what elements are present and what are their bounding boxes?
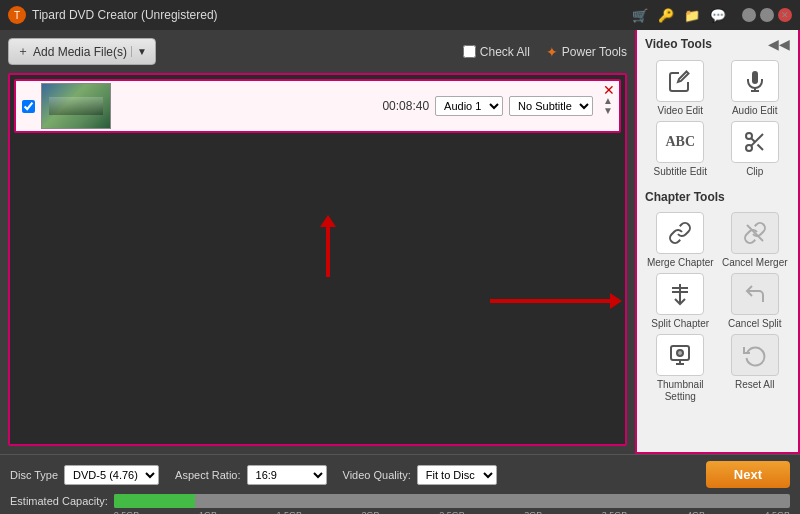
reset-all-btn[interactable]: Reset All — [720, 334, 791, 403]
video-quality-select[interactable]: Fit to Disc High Medium Low — [417, 465, 497, 485]
maximize-btn[interactable]: □ — [760, 8, 774, 22]
left-area: ＋ Add Media File(s) ▼ Check All ✦ Power … — [0, 30, 635, 454]
video-edit-icon-box — [656, 60, 704, 102]
media-close-btn[interactable]: ✕ — [603, 83, 615, 97]
merge-chapter-btn[interactable]: Merge Chapter — [645, 212, 716, 269]
split-chapter-btn[interactable]: Split Chapter — [645, 273, 716, 330]
cancel-split-icon-box — [731, 273, 779, 315]
title-icons: 🛒 🔑 📁 💬 — [632, 8, 726, 23]
audio-edit-icon-box — [731, 60, 779, 102]
video-quality-field: Video Quality: Fit to Disc High Medium L… — [343, 465, 497, 485]
aspect-ratio-label: Aspect Ratio: — [175, 469, 240, 481]
chat-icon[interactable]: 💬 — [710, 8, 726, 23]
app-title: Tipard DVD Creator (Unregistered) — [32, 8, 632, 22]
check-all-area: Check All — [463, 45, 530, 59]
disc-type-field: Disc Type DVD-5 (4.76) DVD-9 (8.54) — [10, 465, 159, 485]
audio-edit-btn[interactable]: Audio Edit — [720, 60, 791, 117]
panel-collapse-btn[interactable]: ◀◀ — [768, 36, 790, 52]
subtitle-edit-icon-box: ABC — [656, 121, 704, 163]
audio-edit-label: Audio Edit — [732, 105, 778, 117]
order-down-btn[interactable]: ▼ — [603, 106, 613, 116]
app-icon: T — [8, 6, 26, 24]
video-tools-grid: Video Edit Audio Edit ABC Subtitle — [637, 56, 798, 186]
capacity-bar: 0.5GB 1GB 1.5GB 2GB 2.5GB 3GB 3.5GB 4GB … — [114, 494, 790, 508]
subtitle-edit-label: Subtitle Edit — [654, 166, 707, 178]
key-icon[interactable]: 🔑 — [658, 8, 674, 23]
svg-point-14 — [677, 350, 683, 356]
cart-icon[interactable]: 🛒 — [632, 8, 648, 23]
svg-point-3 — [746, 145, 752, 151]
thumbnail-setting-icon-box — [656, 334, 704, 376]
arrow-right-head — [610, 293, 622, 309]
check-all-checkbox[interactable] — [463, 45, 476, 58]
media-list: 00:08:40 Audio 1 Audio 2 No Subtitle ▲ ▼… — [8, 73, 627, 446]
media-duration: 00:08:40 — [382, 99, 429, 113]
toolbar: ＋ Add Media File(s) ▼ Check All ✦ Power … — [8, 38, 627, 65]
capacity-label: Estimated Capacity: — [10, 495, 108, 507]
video-tools-title: Video Tools — [645, 37, 712, 51]
chapter-tools-header: Chapter Tools — [637, 186, 798, 208]
svg-line-7 — [747, 225, 763, 241]
cancel-merger-btn[interactable]: Cancel Merger — [720, 212, 791, 269]
capacity-fill — [114, 494, 195, 508]
bottom-row1: Disc Type DVD-5 (4.76) DVD-9 (8.54) Aspe… — [10, 461, 790, 488]
folder-icon[interactable]: 📁 — [684, 8, 700, 23]
next-button[interactable]: Next — [706, 461, 790, 488]
cancel-merger-icon-box — [731, 212, 779, 254]
capacity-row: Estimated Capacity: 0.5GB 1GB 1.5GB 2GB … — [10, 494, 790, 508]
split-chapter-label: Split Chapter — [651, 318, 709, 330]
thumbnail-setting-label: Thumbnail Setting — [645, 379, 716, 403]
clip-btn[interactable]: Clip — [720, 121, 791, 178]
aspect-ratio-field: Aspect Ratio: 16:9 4:3 — [175, 465, 326, 485]
subtitle-select[interactable]: No Subtitle — [509, 96, 593, 116]
arrow-up — [320, 215, 336, 277]
svg-line-5 — [757, 144, 763, 150]
arrow-right — [490, 293, 622, 309]
subtitle-edit-btn[interactable]: ABC Subtitle Edit — [645, 121, 716, 178]
disc-type-label: Disc Type — [10, 469, 58, 481]
clip-label: Clip — [746, 166, 763, 178]
audio-select[interactable]: Audio 1 Audio 2 — [435, 96, 503, 116]
power-tools-button[interactable]: ✦ Power Tools — [546, 44, 627, 60]
clip-icon-box — [731, 121, 779, 163]
main-content: ＋ Add Media File(s) ▼ Check All ✦ Power … — [0, 30, 800, 454]
cancel-split-label: Cancel Split — [728, 318, 781, 330]
toolbar-right: Check All ✦ Power Tools — [463, 44, 627, 60]
video-edit-label: Video Edit — [658, 105, 703, 117]
media-item-checkbox[interactable] — [22, 100, 35, 113]
chapter-tools-grid: Merge Chapter Cancel Merger — [637, 208, 798, 411]
split-chapter-icon-box — [656, 273, 704, 315]
check-all-label: Check All — [480, 45, 530, 59]
cancel-split-btn[interactable]: Cancel Split — [720, 273, 791, 330]
dropdown-arrow: ▼ — [131, 46, 147, 57]
add-media-button[interactable]: ＋ Add Media File(s) ▼ — [8, 38, 156, 65]
arrow-right-shaft — [490, 299, 610, 303]
title-bar: T Tipard DVD Creator (Unregistered) 🛒 🔑 … — [0, 0, 800, 30]
thumbnail-setting-btn[interactable]: Thumbnail Setting — [645, 334, 716, 403]
disc-type-select[interactable]: DVD-5 (4.76) DVD-9 (8.54) — [64, 465, 159, 485]
plus-icon: ＋ — [17, 43, 29, 60]
merge-chapter-icon-box — [656, 212, 704, 254]
bottom-bar: Disc Type DVD-5 (4.76) DVD-9 (8.54) Aspe… — [0, 454, 800, 514]
media-item: 00:08:40 Audio 1 Audio 2 No Subtitle ▲ ▼… — [14, 79, 621, 133]
media-thumbnail — [41, 83, 111, 129]
capacity-labels: 0.5GB 1GB 1.5GB 2GB 2.5GB 3GB 3.5GB 4GB … — [114, 510, 790, 514]
window-controls[interactable]: — □ ✕ — [742, 8, 792, 22]
aspect-ratio-select[interactable]: 16:9 4:3 — [247, 465, 327, 485]
close-btn[interactable]: ✕ — [778, 8, 792, 22]
svg-point-2 — [746, 133, 752, 139]
media-order-buttons: ▲ ▼ — [603, 96, 613, 116]
arrow-up-head — [320, 215, 336, 227]
merge-chapter-label: Merge Chapter — [647, 257, 714, 269]
video-quality-label: Video Quality: — [343, 469, 411, 481]
reset-all-label: Reset All — [735, 379, 774, 391]
add-media-label: Add Media File(s) — [33, 45, 127, 59]
video-tools-header: Video Tools ◀◀ — [637, 30, 798, 56]
arrow-up-shaft — [326, 227, 330, 277]
power-tools-label: Power Tools — [562, 45, 627, 59]
power-tools-icon: ✦ — [546, 44, 558, 60]
minimize-btn[interactable]: — — [742, 8, 756, 22]
reset-all-icon-box — [731, 334, 779, 376]
video-edit-btn[interactable]: Video Edit — [645, 60, 716, 117]
cancel-merger-label: Cancel Merger — [722, 257, 788, 269]
